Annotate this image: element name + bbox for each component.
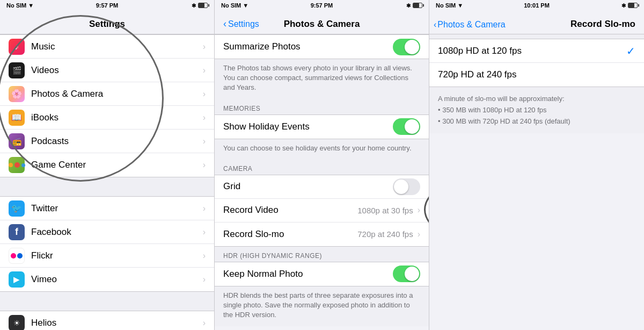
gamecenter-label: Game Center [31, 160, 203, 170]
back-arrow-icon-3: ‹ [434, 20, 436, 30]
battery-icon-1 [198, 3, 208, 8]
checkmark-1080p: ✓ [626, 45, 635, 58]
facebook-label: Facebook [31, 227, 203, 238]
chevron-photos: › [203, 89, 206, 99]
vimeo-icon: ▶ [9, 271, 25, 288]
social-group: 🐦 Twitter › f Facebook › [0, 196, 214, 292]
panel-settings: No SIM ▼ 9:57 PM ✱ Settings ♪ Music › [0, 0, 215, 330]
podcasts-icon: 📻 [9, 133, 25, 149]
photos-icon: 🌸 [9, 86, 25, 102]
section-divider-2 [0, 292, 214, 311]
breadcrumb-prev-label[interactable]: Photos & Camera [437, 20, 505, 30]
grid-label: Grid [223, 181, 393, 192]
twitter-icon: 🐦 [9, 200, 25, 217]
chevron-facebook: › [203, 227, 206, 237]
grid-item[interactable]: Grid [215, 175, 429, 199]
section-divider-1 [0, 177, 214, 196]
chevron-record-video: › [418, 205, 420, 215]
record-video-value: 1080p at 30 fps [357, 206, 413, 215]
top-gap [429, 34, 644, 39]
slomo-info-text: A minute of slo-mo will be approximately… [438, 95, 570, 125]
page-title-1: Settings [89, 19, 125, 30]
settings-item-vimeo[interactable]: ▶ Vimeo › [0, 268, 214, 291]
helios-icon: ☀ [9, 315, 25, 330]
holiday-footer: You can choose to see holiday events for… [215, 139, 429, 160]
facebook-icon: f [9, 224, 25, 240]
page-title-3: Record Slo-mo [570, 19, 635, 30]
settings-item-music[interactable]: ♪ Music › [0, 35, 214, 59]
chevron-music: › [203, 42, 206, 52]
nav-header-2: ‹ Settings Photos & Camera [215, 11, 429, 34]
keep-normal-toggle[interactable] [393, 266, 420, 282]
breadcrumb-nav: ‹ Photos & Camera Record Slo-mo [429, 11, 644, 34]
back-button-2[interactable]: ‹ Settings [223, 18, 259, 30]
summarize-group: Summarize Photos [215, 34, 429, 59]
time-3: 10:01 PM [524, 2, 550, 9]
helios-group: ☀ Helios › [0, 311, 214, 330]
holiday-events-item[interactable]: Show Holiday Events [215, 115, 429, 139]
settings-list-1: ♪ Music › 🎬 Videos › 🌸 [0, 34, 214, 330]
record-video-label: Record Video [223, 205, 357, 216]
grid-toggle[interactable] [393, 178, 420, 195]
settings-item-facebook[interactable]: f Facebook › [0, 220, 214, 244]
keep-normal-item[interactable]: Keep Normal Photo [215, 262, 429, 286]
option-720p[interactable]: 720p HD at 240 fps [429, 63, 644, 87]
settings-item-podcasts[interactable]: 📻 Podcasts › [0, 130, 214, 153]
memories-header: MEMORIES [215, 99, 429, 114]
signal-text: No SIM ▼ [6, 2, 34, 9]
panel-photos-camera: No SIM ▼ 9:57 PM ✱ ‹ Settings Photos & C… [215, 0, 429, 330]
chevron-gamecenter: › [203, 160, 206, 170]
bluetooth-icon: ✱ [192, 3, 196, 9]
camera-group: Grid Record Video 1080p at 30 fps › Reco… [215, 175, 429, 247]
settings-item-videos[interactable]: 🎬 Videos › [0, 59, 214, 82]
hdr-header: HDR (HIGH DYNAMIC RANGE) [215, 247, 429, 262]
status-right-1: ✱ [192, 3, 208, 9]
battery-icon-2 [413, 3, 422, 8]
record-video-item[interactable]: Record Video 1080p at 30 fps › [215, 199, 429, 223]
back-label-2: Settings [228, 19, 259, 29]
videos-icon: 🎬 [9, 62, 25, 78]
slomo-info-box: A minute of slo-mo will be approximately… [429, 87, 644, 133]
slomo-options-group: 1080p HD at 120 fps ✓ 720p HD at 240 fps [429, 39, 644, 87]
chevron-videos: › [203, 66, 206, 75]
ibooks-label: iBooks [31, 112, 203, 123]
status-right-3: ✱ [621, 3, 638, 9]
music-label: Music [31, 41, 203, 52]
camera-header: CAMERA [215, 160, 429, 175]
settings-item-ibooks[interactable]: 📖 iBooks › [0, 106, 214, 130]
record-slomo-value: 720p at 240 fps [357, 229, 413, 239]
videos-label: Videos [31, 65, 203, 76]
option-720p-label: 720p HD at 240 fps [438, 69, 635, 80]
page-title-2: Photos & Camera [284, 19, 360, 30]
ibooks-icon: 📖 [9, 110, 25, 126]
time-1: 9:57 PM [96, 2, 119, 9]
signal-text-3: No SIM ▼ [436, 2, 463, 9]
option-1080p[interactable]: 1080p HD at 120 fps ✓ [429, 39, 644, 63]
summarize-toggle[interactable] [393, 39, 420, 55]
status-bar-3: No SIM ▼ 10:01 PM ✱ [429, 0, 644, 11]
settings-item-flickr[interactable]: Flickr › [0, 244, 214, 268]
twitter-label: Twitter [31, 203, 203, 214]
chevron-helios: › [203, 318, 206, 328]
chevron-flickr: › [203, 251, 206, 261]
settings-item-twitter[interactable]: 🐦 Twitter › [0, 197, 214, 220]
hdr-footer: HDR blends the best parts of three separ… [215, 286, 429, 327]
flickr-label: Flickr [31, 250, 203, 261]
option-1080p-label: 1080p HD at 120 fps [438, 46, 626, 56]
chevron-ibooks: › [203, 113, 206, 123]
settings-item-helios[interactable]: ☀ Helios › [0, 311, 214, 330]
summarize-label: Summarize Photos [223, 41, 393, 52]
record-slomo-item[interactable]: Record Slo-mo 720p at 240 fps › [215, 223, 429, 246]
settings-item-gamecenter[interactable]: Game Center › [0, 153, 214, 177]
hdr-group: Keep Normal Photo [215, 262, 429, 286]
photos-label: Photos & Camera [31, 89, 203, 99]
summarize-item[interactable]: Summarize Photos [215, 35, 429, 59]
music-icon: ♪ [9, 39, 25, 55]
settings-item-photos[interactable]: 🌸 Photos & Camera › [0, 82, 214, 106]
status-right-2: ✱ [406, 3, 422, 9]
chevron-record-slomo: › [418, 229, 420, 239]
nav-header-1: Settings [0, 11, 214, 34]
record-slomo-label: Record Slo-mo [223, 229, 357, 240]
signal-text-2: No SIM ▼ [221, 2, 248, 9]
holiday-events-toggle[interactable] [393, 118, 420, 135]
